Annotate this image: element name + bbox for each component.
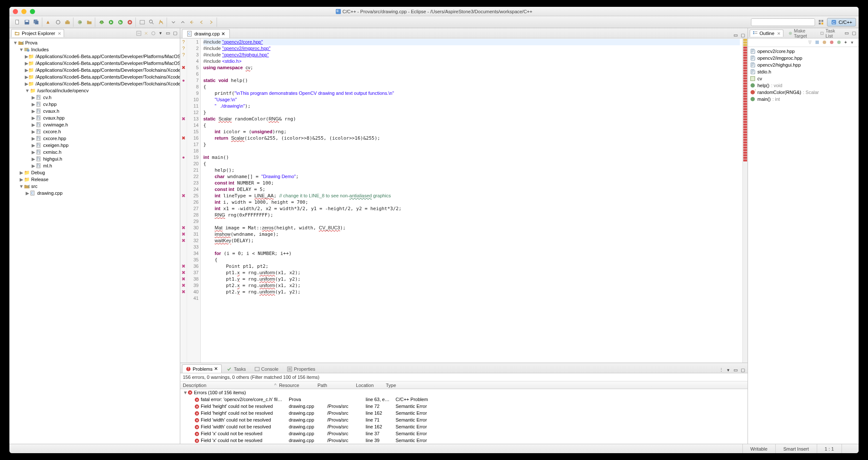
- tree-header-file[interactable]: ▶hcvwimage.h: [9, 121, 180, 128]
- outline-item[interactable]: main() : int: [750, 96, 857, 103]
- tree-project[interactable]: ▼cProva: [9, 39, 180, 46]
- open-perspective-button[interactable]: [817, 18, 825, 26]
- problem-row[interactable]: ✕fatal error: 'opencv2/core/core_c.h' fi…: [180, 396, 748, 403]
- tree-file-drawing[interactable]: ▶cdrawing.cpp: [9, 190, 180, 196]
- marker-ruler[interactable]: ???✖●✖✖●✖✖✖✖✖✖✖✖✖: [180, 38, 187, 363]
- console-tab[interactable]: Console: [251, 365, 282, 373]
- profile-button[interactable]: [116, 18, 125, 26]
- project-tree[interactable]: ▼cProva ▼Includes ▶📁/Applications/Xcode6…: [9, 38, 180, 444]
- run-button[interactable]: [107, 18, 115, 26]
- problems-tab[interactable]: !Problems✕: [182, 364, 222, 373]
- collapse-all-icon[interactable]: [136, 30, 142, 36]
- tree-header-file[interactable]: ▶hcv.hpp: [9, 101, 180, 108]
- back-button[interactable]: [197, 18, 206, 26]
- build-button[interactable]: [44, 18, 53, 26]
- maximize-view-icon[interactable]: ▢: [172, 30, 178, 36]
- outline-item[interactable]: cv: [750, 75, 857, 82]
- maximize-editor-icon[interactable]: ▢: [740, 32, 746, 38]
- source-code[interactable]: #include "opencv2/core.hpp" #include "op…: [201, 38, 742, 363]
- tree-includes[interactable]: ▼Includes: [9, 46, 180, 53]
- editor-tab-drawing[interactable]: c drawing.cpp ✕: [182, 29, 230, 38]
- debug-button[interactable]: [97, 18, 106, 26]
- problem-row[interactable]: ✕Field 'height' could not be resolveddra…: [180, 410, 748, 416]
- tree-include-path[interactable]: ▶📁/Applications/Xcode6-Beta.app/Contents…: [9, 67, 180, 73]
- tree-header-file[interactable]: ▶hcxcore.h: [9, 128, 180, 135]
- outline-item[interactable]: #opencv2/core.hpp: [750, 48, 857, 55]
- problem-row[interactable]: ✕Field 'height' could not be resolveddra…: [180, 403, 748, 410]
- minimize-editor-icon[interactable]: ▭: [733, 32, 739, 38]
- new-folder-button[interactable]: [85, 18, 94, 26]
- tasks-tab[interactable]: Tasks: [223, 365, 249, 373]
- outline-tab[interactable]: Outline✕: [750, 29, 783, 37]
- view-menu-icon[interactable]: ▾: [851, 40, 857, 46]
- problem-row[interactable]: ✕Field 'width' could not be resolveddraw…: [180, 416, 748, 423]
- tree-include-path[interactable]: ▶📁/Applications/Xcode6-Beta.app/Contents…: [9, 73, 180, 80]
- tree-include-path[interactable]: ▶📁/Applications/Xcode6-Beta.app/Contents…: [9, 60, 180, 67]
- forward-button[interactable]: [207, 18, 215, 26]
- close-icon[interactable]: ✕: [777, 31, 780, 36]
- close-icon[interactable]: ✕: [214, 366, 218, 372]
- toolbox-button[interactable]: [63, 18, 72, 26]
- overview-ruler[interactable]: [742, 38, 748, 363]
- sort-icon[interactable]: [807, 40, 813, 46]
- quick-access-input[interactable]: [751, 18, 815, 26]
- build-all-button[interactable]: [54, 18, 62, 26]
- filter-icon[interactable]: ⋮: [718, 367, 724, 373]
- outline-tree[interactable]: #opencv2/core.hpp#opencv2/imgproc.hpp#op…: [748, 47, 859, 444]
- tree-header-file[interactable]: ▶hcvaux.hpp: [9, 114, 180, 121]
- tree-include-path[interactable]: ▶📁/Applications/Xcode6-Beta.app/Contents…: [9, 80, 180, 87]
- outline-item[interactable]: help() : void: [750, 82, 857, 89]
- line-number-ruler[interactable]: 1234567891011121314151617181920212223242…: [187, 38, 201, 363]
- hide-non-public-icon[interactable]: [829, 40, 835, 46]
- problems-table[interactable]: Description^ Resource Path Location Type…: [180, 381, 748, 444]
- hide-fields-icon[interactable]: [815, 40, 821, 46]
- tree-header-file[interactable]: ▶hcxmisc.h: [9, 149, 180, 155]
- project-explorer-tab[interactable]: Project Explorer ✕: [11, 29, 64, 37]
- cpp-perspective-button[interactable]: CC/C++: [827, 18, 856, 26]
- tree-folder-release[interactable]: ▶📁Release: [9, 176, 180, 183]
- table-header[interactable]: Description^ Resource Path Location Type: [180, 381, 748, 389]
- outline-item[interactable]: #stdio.h: [750, 68, 857, 75]
- problem-row[interactable]: ✕Field 'width' could not be resolveddraw…: [180, 423, 748, 430]
- problem-row[interactable]: ✕Field 'x' could not be resolveddrawing.…: [180, 437, 748, 444]
- link-editor-icon[interactable]: [143, 30, 149, 36]
- tree-header-file[interactable]: ▶hcv.h: [9, 94, 180, 101]
- view-menu-icon[interactable]: ▾: [158, 30, 164, 36]
- hide-static-icon[interactable]: [822, 40, 828, 46]
- minimize-view-icon[interactable]: ▭: [733, 367, 739, 373]
- toggle-mark-button[interactable]: [157, 18, 165, 26]
- properties-tab[interactable]: Properties: [284, 365, 319, 373]
- minimize-view-icon[interactable]: ▭: [165, 30, 171, 36]
- maximize-view-icon[interactable]: ▢: [851, 30, 857, 36]
- task-list-tab[interactable]: Task List: [818, 27, 841, 39]
- group-includes-icon[interactable]: [836, 40, 842, 46]
- close-icon[interactable]: ✕: [58, 31, 61, 36]
- tree-header-file[interactable]: ▶hcxeigen.hpp: [9, 142, 180, 149]
- minimize-view-icon[interactable]: ▭: [844, 30, 850, 36]
- outline-item[interactable]: #opencv2/imgproc.hpp: [750, 55, 857, 62]
- code-editor[interactable]: ???✖●✖✖●✖✖✖✖✖✖✖✖✖ 1234567891011121314151…: [180, 38, 748, 363]
- tree-folder-opencv[interactable]: ▼📁/usr/local/include/opencv: [9, 87, 180, 94]
- tree-include-path[interactable]: ▶📁/Applications/Xcode6-Beta.app/Contents…: [9, 53, 180, 60]
- prev-annotation-button[interactable]: [179, 18, 187, 26]
- error-group[interactable]: ▼✕Errors (100 of 156 items): [180, 389, 748, 396]
- tree-header-file[interactable]: ▶hcxcore.hpp: [9, 135, 180, 142]
- save-button[interactable]: [23, 18, 31, 26]
- search-button[interactable]: [147, 18, 156, 26]
- tree-header-file[interactable]: ▶hcvaux.h: [9, 108, 180, 114]
- outline-item[interactable]: #opencv2/highgui.hpp: [750, 62, 857, 68]
- tree-folder-debug[interactable]: ▶📁Debug: [9, 169, 180, 176]
- outline-item[interactable]: srandomColor(RNG&) : Scalar: [750, 89, 857, 96]
- view-menu-icon[interactable]: ▾: [725, 367, 731, 373]
- close-icon[interactable]: ✕: [221, 31, 225, 37]
- last-edit-button[interactable]: [188, 18, 196, 26]
- new-cpp-class-button[interactable]: C: [76, 18, 84, 26]
- ext-tools-button[interactable]: [126, 18, 134, 26]
- tree-folder-src[interactable]: ▼csrc: [9, 183, 180, 190]
- make-target-tab[interactable]: Make Target: [786, 27, 815, 39]
- tree-header-file[interactable]: ▶hml.h: [9, 162, 180, 169]
- new-button[interactable]: [13, 18, 22, 26]
- focus-task-icon[interactable]: ✦: [844, 40, 850, 46]
- open-type-button[interactable]: [138, 18, 147, 26]
- tree-header-file[interactable]: ▶hhighgui.h: [9, 155, 180, 162]
